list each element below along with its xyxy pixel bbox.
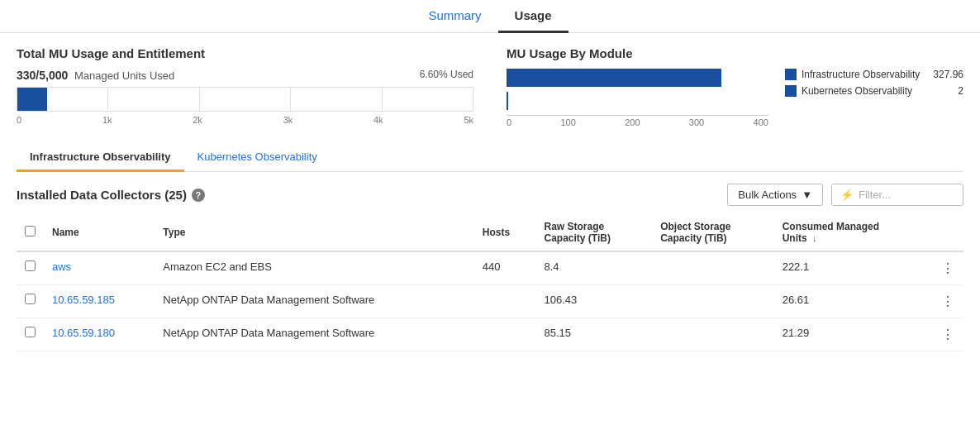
module-bar-infrastructure (507, 69, 768, 87)
row-raw-storage: 106.43 (535, 285, 652, 318)
row-actions-menu[interactable]: ⋮ (941, 261, 955, 275)
total-mu-bar (17, 87, 473, 112)
table-row: 10.65.59.180 NetApp ONTAP Data Managemen… (17, 318, 963, 351)
table-row: aws Amazon EC2 and EBS 440 8.4 222.1 ⋮ (17, 251, 963, 285)
filter-icon: ⚡ (840, 189, 854, 201)
row-object-storage (652, 251, 774, 285)
sub-tabs: Infrastructure Observability Kubernetes … (17, 144, 963, 172)
module-bars: 0 100 200 300 400 (507, 69, 768, 127)
col-type: Type (155, 214, 474, 251)
col-actions (933, 214, 963, 251)
bulk-actions-label: Bulk Actions (738, 189, 797, 201)
total-mu-axis: 0 1k 2k 3k 4k 5k (17, 115, 473, 125)
col-name: Name (44, 214, 155, 251)
table-title-text: Installed Data Collectors (25) (17, 188, 187, 202)
col-raw-storage: Raw StorageCapacity (TiB) (535, 214, 652, 251)
total-mu-section: Total MU Usage and Entitlement 330/5,000… (17, 46, 473, 127)
tab-summary[interactable]: Summary (412, 0, 497, 33)
charts-row: Total MU Usage and Entitlement 330/5,000… (17, 46, 963, 127)
row-checkbox-1[interactable] (25, 294, 36, 304)
row-name: aws (44, 251, 155, 285)
row-name-link[interactable]: aws (52, 260, 71, 273)
row-hosts (474, 285, 536, 318)
legend-label-kubernetes: Kubernetes Observability (802, 85, 944, 97)
mu-used-pct: 6.60% Used (420, 69, 473, 82)
row-type: NetApp ONTAP Data Management Software (155, 318, 474, 351)
row-name: 10.65.59.185 (44, 285, 155, 318)
legend-color-infrastructure (785, 69, 797, 80)
sort-icon-consumed: ↓ (812, 233, 817, 243)
bulk-actions-chevron-icon: ▼ (802, 189, 812, 201)
filter-input[interactable]: ⚡ Filter... (831, 184, 963, 206)
row-object-storage (652, 318, 774, 351)
row-consumed: 222.1 (774, 251, 933, 285)
row-actions-cell: ⋮ (933, 318, 963, 351)
row-name: 10.65.59.180 (44, 318, 155, 351)
module-chart-title: MU Usage By Module (507, 46, 963, 60)
row-name-link[interactable]: 10.65.59.185 (52, 294, 115, 306)
help-icon[interactable]: ? (192, 189, 205, 202)
row-object-storage (652, 285, 774, 318)
module-axis: 0 100 200 300 400 (507, 115, 768, 127)
filter-placeholder: Filter... (859, 189, 891, 201)
legend-color-kubernetes (785, 85, 797, 97)
module-bar-kubernetes (507, 92, 768, 110)
row-hosts (474, 318, 536, 351)
total-mu-title: Total MU Usage and Entitlement (17, 46, 473, 60)
row-raw-storage: 85.15 (535, 318, 652, 351)
main-tabs: Summary Usage (0, 0, 980, 33)
row-hosts: 440 (474, 251, 536, 285)
row-checkbox-2[interactable] (25, 327, 36, 337)
row-consumed: 26.61 (774, 285, 933, 318)
sub-tab-infrastructure[interactable]: Infrastructure Observability (17, 144, 184, 172)
row-actions-menu[interactable]: ⋮ (941, 294, 955, 308)
legend-label-infrastructure: Infrastructure Observability (802, 69, 920, 80)
legend-value-infrastructure: 327.96 (933, 69, 963, 80)
col-hosts: Hosts (474, 214, 536, 251)
row-checkbox-cell (17, 285, 44, 318)
col-checkbox (17, 214, 44, 251)
data-table: Name Type Hosts Raw StorageCapacity (TiB… (17, 214, 963, 351)
table-actions: Bulk Actions ▼ ⚡ Filter... (727, 184, 963, 206)
table-title: Installed Data Collectors (25) ? (17, 188, 205, 202)
col-object-storage: Object StorageCapacity (TiB) (652, 214, 774, 251)
bulk-actions-button[interactable]: Bulk Actions ▼ (727, 184, 823, 206)
table-header-row: Installed Data Collectors (25) ? Bulk Ac… (17, 184, 963, 206)
row-checkbox-cell (17, 251, 44, 285)
tab-usage[interactable]: Usage (498, 0, 568, 33)
table-row: 10.65.59.185 NetApp ONTAP Data Managemen… (17, 285, 963, 318)
table-header: Name Type Hosts Raw StorageCapacity (TiB… (17, 214, 963, 251)
legend-value-kubernetes: 2 (958, 85, 963, 97)
row-type: NetApp ONTAP Data Management Software (155, 285, 474, 318)
module-chart-section: MU Usage By Module 0 100 200 300 400 (507, 46, 963, 127)
row-name-link[interactable]: 10.65.59.180 (52, 327, 115, 339)
col-consumed: Consumed ManagedUnits ↓ (774, 214, 933, 251)
row-checkbox-0[interactable] (25, 260, 36, 271)
row-actions-cell: ⋮ (933, 251, 963, 285)
module-legend: Infrastructure Observability 327.96 Kube… (785, 69, 963, 97)
table-wrapper: Name Type Hosts Raw StorageCapacity (TiB… (17, 214, 963, 351)
sub-tab-kubernetes[interactable]: Kubernetes Observability (184, 144, 331, 172)
mu-numbers: 330/5,000 Managed Units Used (17, 69, 174, 82)
row-consumed: 21.29 (774, 318, 933, 351)
row-actions-cell: ⋮ (933, 285, 963, 318)
row-actions-menu[interactable]: ⋮ (941, 327, 955, 342)
select-all-checkbox[interactable] (25, 226, 36, 236)
row-raw-storage: 8.4 (535, 251, 652, 285)
row-type: Amazon EC2 and EBS (155, 251, 474, 285)
row-checkbox-cell (17, 318, 44, 351)
